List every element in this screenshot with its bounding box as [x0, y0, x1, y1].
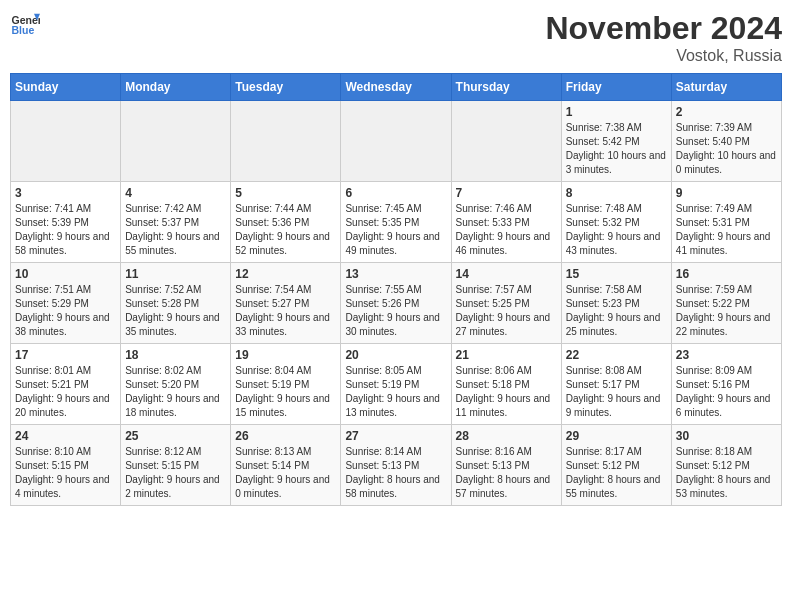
- day-number: 10: [15, 267, 116, 281]
- weekday-header: Wednesday: [341, 74, 451, 101]
- day-info: Sunrise: 7:58 AM Sunset: 5:23 PM Dayligh…: [566, 283, 667, 339]
- day-info: Sunrise: 8:16 AM Sunset: 5:13 PM Dayligh…: [456, 445, 557, 501]
- day-info: Sunrise: 7:55 AM Sunset: 5:26 PM Dayligh…: [345, 283, 446, 339]
- calendar-cell: 16Sunrise: 7:59 AM Sunset: 5:22 PM Dayli…: [671, 263, 781, 344]
- day-info: Sunrise: 8:04 AM Sunset: 5:19 PM Dayligh…: [235, 364, 336, 420]
- day-number: 17: [15, 348, 116, 362]
- calendar-cell: 5Sunrise: 7:44 AM Sunset: 5:36 PM Daylig…: [231, 182, 341, 263]
- calendar-cell: 10Sunrise: 7:51 AM Sunset: 5:29 PM Dayli…: [11, 263, 121, 344]
- calendar-cell: [451, 101, 561, 182]
- day-info: Sunrise: 8:10 AM Sunset: 5:15 PM Dayligh…: [15, 445, 116, 501]
- day-number: 28: [456, 429, 557, 443]
- day-number: 4: [125, 186, 226, 200]
- calendar-cell: 7Sunrise: 7:46 AM Sunset: 5:33 PM Daylig…: [451, 182, 561, 263]
- day-number: 2: [676, 105, 777, 119]
- day-number: 22: [566, 348, 667, 362]
- page-header: General Blue November 2024 Vostok, Russi…: [10, 10, 782, 65]
- day-info: Sunrise: 7:45 AM Sunset: 5:35 PM Dayligh…: [345, 202, 446, 258]
- day-number: 23: [676, 348, 777, 362]
- day-info: Sunrise: 8:17 AM Sunset: 5:12 PM Dayligh…: [566, 445, 667, 501]
- day-info: Sunrise: 8:01 AM Sunset: 5:21 PM Dayligh…: [15, 364, 116, 420]
- day-info: Sunrise: 8:02 AM Sunset: 5:20 PM Dayligh…: [125, 364, 226, 420]
- calendar-cell: 22Sunrise: 8:08 AM Sunset: 5:17 PM Dayli…: [561, 344, 671, 425]
- calendar-cell: 17Sunrise: 8:01 AM Sunset: 5:21 PM Dayli…: [11, 344, 121, 425]
- day-number: 19: [235, 348, 336, 362]
- day-info: Sunrise: 8:14 AM Sunset: 5:13 PM Dayligh…: [345, 445, 446, 501]
- day-number: 30: [676, 429, 777, 443]
- calendar-cell: 1Sunrise: 7:38 AM Sunset: 5:42 PM Daylig…: [561, 101, 671, 182]
- day-number: 13: [345, 267, 446, 281]
- day-number: 15: [566, 267, 667, 281]
- calendar-cell: 9Sunrise: 7:49 AM Sunset: 5:31 PM Daylig…: [671, 182, 781, 263]
- weekday-header: Sunday: [11, 74, 121, 101]
- day-number: 29: [566, 429, 667, 443]
- day-info: Sunrise: 7:49 AM Sunset: 5:31 PM Dayligh…: [676, 202, 777, 258]
- calendar-cell: 13Sunrise: 7:55 AM Sunset: 5:26 PM Dayli…: [341, 263, 451, 344]
- calendar-cell: 3Sunrise: 7:41 AM Sunset: 5:39 PM Daylig…: [11, 182, 121, 263]
- calendar-cell: 19Sunrise: 8:04 AM Sunset: 5:19 PM Dayli…: [231, 344, 341, 425]
- calendar-cell: 25Sunrise: 8:12 AM Sunset: 5:15 PM Dayli…: [121, 425, 231, 506]
- weekday-header: Saturday: [671, 74, 781, 101]
- calendar-cell: 12Sunrise: 7:54 AM Sunset: 5:27 PM Dayli…: [231, 263, 341, 344]
- calendar-cell: 6Sunrise: 7:45 AM Sunset: 5:35 PM Daylig…: [341, 182, 451, 263]
- day-info: Sunrise: 8:05 AM Sunset: 5:19 PM Dayligh…: [345, 364, 446, 420]
- day-number: 27: [345, 429, 446, 443]
- day-info: Sunrise: 8:18 AM Sunset: 5:12 PM Dayligh…: [676, 445, 777, 501]
- calendar-cell: 18Sunrise: 8:02 AM Sunset: 5:20 PM Dayli…: [121, 344, 231, 425]
- day-info: Sunrise: 7:42 AM Sunset: 5:37 PM Dayligh…: [125, 202, 226, 258]
- day-info: Sunrise: 7:46 AM Sunset: 5:33 PM Dayligh…: [456, 202, 557, 258]
- day-number: 3: [15, 186, 116, 200]
- day-number: 5: [235, 186, 336, 200]
- day-number: 12: [235, 267, 336, 281]
- day-number: 21: [456, 348, 557, 362]
- calendar-cell: 15Sunrise: 7:58 AM Sunset: 5:23 PM Dayli…: [561, 263, 671, 344]
- calendar-cell: 21Sunrise: 8:06 AM Sunset: 5:18 PM Dayli…: [451, 344, 561, 425]
- logo-icon: General Blue: [10, 10, 40, 40]
- calendar-week-row: 17Sunrise: 8:01 AM Sunset: 5:21 PM Dayli…: [11, 344, 782, 425]
- calendar-cell: 30Sunrise: 8:18 AM Sunset: 5:12 PM Dayli…: [671, 425, 781, 506]
- calendar-cell: 24Sunrise: 8:10 AM Sunset: 5:15 PM Dayli…: [11, 425, 121, 506]
- day-number: 1: [566, 105, 667, 119]
- day-info: Sunrise: 7:52 AM Sunset: 5:28 PM Dayligh…: [125, 283, 226, 339]
- day-number: 7: [456, 186, 557, 200]
- day-info: Sunrise: 7:48 AM Sunset: 5:32 PM Dayligh…: [566, 202, 667, 258]
- weekday-header: Tuesday: [231, 74, 341, 101]
- calendar-cell: [231, 101, 341, 182]
- day-number: 11: [125, 267, 226, 281]
- day-info: Sunrise: 7:39 AM Sunset: 5:40 PM Dayligh…: [676, 121, 777, 177]
- svg-text:Blue: Blue: [12, 24, 35, 36]
- weekday-header: Monday: [121, 74, 231, 101]
- day-info: Sunrise: 7:44 AM Sunset: 5:36 PM Dayligh…: [235, 202, 336, 258]
- day-info: Sunrise: 7:51 AM Sunset: 5:29 PM Dayligh…: [15, 283, 116, 339]
- calendar-cell: 29Sunrise: 8:17 AM Sunset: 5:12 PM Dayli…: [561, 425, 671, 506]
- calendar-cell: 20Sunrise: 8:05 AM Sunset: 5:19 PM Dayli…: [341, 344, 451, 425]
- day-info: Sunrise: 7:54 AM Sunset: 5:27 PM Dayligh…: [235, 283, 336, 339]
- day-info: Sunrise: 8:13 AM Sunset: 5:14 PM Dayligh…: [235, 445, 336, 501]
- title-block: November 2024 Vostok, Russia: [545, 10, 782, 65]
- day-number: 26: [235, 429, 336, 443]
- calendar-week-row: 1Sunrise: 7:38 AM Sunset: 5:42 PM Daylig…: [11, 101, 782, 182]
- weekday-header-row: SundayMondayTuesdayWednesdayThursdayFrid…: [11, 74, 782, 101]
- day-number: 18: [125, 348, 226, 362]
- month-title: November 2024: [545, 10, 782, 47]
- day-number: 9: [676, 186, 777, 200]
- day-number: 24: [15, 429, 116, 443]
- day-info: Sunrise: 7:41 AM Sunset: 5:39 PM Dayligh…: [15, 202, 116, 258]
- calendar-week-row: 24Sunrise: 8:10 AM Sunset: 5:15 PM Dayli…: [11, 425, 782, 506]
- day-info: Sunrise: 7:38 AM Sunset: 5:42 PM Dayligh…: [566, 121, 667, 177]
- logo: General Blue: [10, 10, 40, 40]
- day-info: Sunrise: 7:59 AM Sunset: 5:22 PM Dayligh…: [676, 283, 777, 339]
- calendar-week-row: 10Sunrise: 7:51 AM Sunset: 5:29 PM Dayli…: [11, 263, 782, 344]
- day-number: 16: [676, 267, 777, 281]
- day-info: Sunrise: 7:57 AM Sunset: 5:25 PM Dayligh…: [456, 283, 557, 339]
- day-number: 14: [456, 267, 557, 281]
- calendar-cell: 23Sunrise: 8:09 AM Sunset: 5:16 PM Dayli…: [671, 344, 781, 425]
- day-number: 25: [125, 429, 226, 443]
- calendar-cell: 28Sunrise: 8:16 AM Sunset: 5:13 PM Dayli…: [451, 425, 561, 506]
- day-number: 6: [345, 186, 446, 200]
- calendar-cell: 14Sunrise: 7:57 AM Sunset: 5:25 PM Dayli…: [451, 263, 561, 344]
- calendar-cell: 26Sunrise: 8:13 AM Sunset: 5:14 PM Dayli…: [231, 425, 341, 506]
- day-info: Sunrise: 8:12 AM Sunset: 5:15 PM Dayligh…: [125, 445, 226, 501]
- weekday-header: Thursday: [451, 74, 561, 101]
- weekday-header: Friday: [561, 74, 671, 101]
